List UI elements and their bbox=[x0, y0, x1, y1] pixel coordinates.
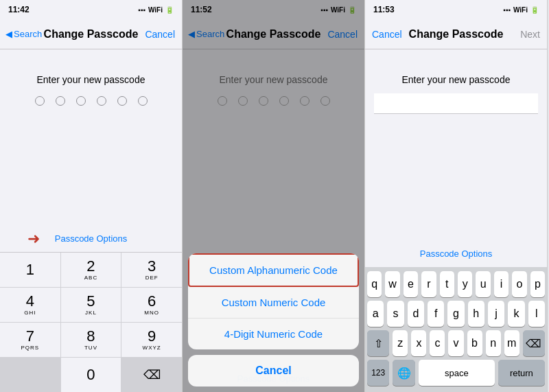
signal-icon-3: ▪▪▪ bbox=[503, 6, 511, 14]
action-sheet-container: Custom Alphanumeric Code Custom Numeric … bbox=[183, 253, 364, 392]
passcode-prompt-3: Enter your new passcode bbox=[402, 74, 511, 85]
kb-q[interactable]: q bbox=[367, 271, 382, 297]
delete-icon: ⌫ bbox=[526, 337, 541, 350]
nav-title-3: Change Passcode bbox=[409, 28, 504, 41]
kb-c[interactable]: c bbox=[430, 330, 445, 356]
kb-space[interactable]: space bbox=[419, 360, 495, 386]
passcode-prompt-1: Enter your new passcode bbox=[37, 74, 145, 85]
dot-1 bbox=[35, 96, 45, 106]
back-button-1[interactable]: ◀ Search bbox=[5, 29, 42, 39]
kb-b[interactable]: b bbox=[467, 330, 482, 356]
kb-a[interactable]: a bbox=[367, 301, 384, 327]
kb-row-4: 123 🌐 space return bbox=[367, 360, 545, 386]
kb-m[interactable]: m bbox=[504, 330, 519, 356]
wifi-icon-3: WiFi bbox=[513, 6, 528, 14]
battery-icon: 🔋 bbox=[165, 6, 174, 14]
panel-3: 11:53 ▪▪▪ WiFi 🔋 Cancel Change Passcode … bbox=[365, 0, 548, 392]
kb-row-3: ⇧ z x c v b n m ⌫ bbox=[367, 330, 545, 356]
key-delete[interactable]: ⌫ bbox=[121, 358, 182, 392]
numpad-1: 1 2 ABC 3 DEF 4 GHI 5 JKL 6 MNO 7 PQRS 8 bbox=[0, 252, 182, 392]
kb-e[interactable]: e bbox=[404, 271, 418, 297]
text-input-3[interactable] bbox=[374, 93, 538, 114]
arrow-icon: ➜ bbox=[27, 230, 40, 248]
time-1: 11:42 bbox=[8, 5, 30, 14]
content-area-1: Enter your new passcode ➜ Passcode Optio… bbox=[0, 49, 182, 252]
keyboard-3: q w e r t y u i o p a s d f g h j k l ⇧ … bbox=[365, 267, 547, 392]
passcode-options-3[interactable]: Passcode Options bbox=[420, 249, 493, 259]
globe-icon: 🌐 bbox=[397, 367, 411, 380]
kb-d[interactable]: d bbox=[408, 301, 424, 327]
dot-2 bbox=[56, 96, 65, 106]
kb-p[interactable]: p bbox=[530, 271, 545, 297]
cancel-button-3[interactable]: Cancel bbox=[372, 29, 402, 40]
passcode-dots-1 bbox=[35, 96, 148, 106]
kb-i[interactable]: i bbox=[494, 271, 509, 297]
key-2[interactable]: 2 ABC bbox=[61, 253, 121, 287]
kb-shift[interactable]: ⇧ bbox=[367, 330, 389, 356]
kb-z[interactable]: z bbox=[393, 330, 408, 356]
nav-bar-1: ◀ Search Change Passcode Cancel bbox=[0, 19, 182, 49]
key-6[interactable]: 6 MNO bbox=[121, 288, 182, 322]
next-button-3[interactable]: Next bbox=[520, 29, 540, 40]
option-custom-alphanumeric[interactable]: Custom Alphanumeric Code bbox=[188, 253, 359, 287]
kb-num-toggle[interactable]: 123 bbox=[367, 360, 389, 386]
key-3[interactable]: 3 DEF bbox=[121, 253, 182, 287]
signal-icon: ▪▪▪ bbox=[138, 6, 145, 14]
kb-l[interactable]: l bbox=[528, 301, 545, 327]
kb-v[interactable]: v bbox=[448, 330, 463, 356]
kb-k[interactable]: k bbox=[508, 301, 524, 327]
nav-title-1: Change Passcode bbox=[44, 28, 139, 41]
kb-x[interactable]: x bbox=[411, 330, 426, 356]
kb-row-2: a s d f g h j k l bbox=[367, 301, 545, 327]
kb-f[interactable]: f bbox=[428, 301, 444, 327]
panel-1: 11:42 ▪▪▪ WiFi 🔋 ◀ Search Change Passcod… bbox=[0, 0, 183, 392]
key-0[interactable]: 0 bbox=[61, 358, 121, 392]
key-4[interactable]: 4 GHI bbox=[0, 288, 60, 322]
kb-delete[interactable]: ⌫ bbox=[523, 330, 545, 356]
battery-icon-3: 🔋 bbox=[530, 6, 539, 14]
kb-h[interactable]: h bbox=[468, 301, 484, 327]
panel-2: 11:52 ▪▪▪ WiFi 🔋 ◀ Search Change Passcod… bbox=[183, 0, 365, 392]
dot-5 bbox=[117, 96, 127, 106]
content-area-3: Enter your new passcode Passcode Options bbox=[365, 49, 547, 267]
cancel-button-1[interactable]: Cancel bbox=[145, 29, 175, 40]
kb-y[interactable]: y bbox=[458, 271, 472, 297]
kb-row-1: q w e r t y u i o p bbox=[367, 271, 545, 297]
key-9[interactable]: 9 WXYZ bbox=[121, 323, 182, 357]
kb-u[interactable]: u bbox=[476, 271, 490, 297]
key-8[interactable]: 8 TUV bbox=[61, 323, 121, 357]
key-empty bbox=[0, 358, 60, 392]
option-custom-numeric[interactable]: Custom Numeric Code bbox=[188, 287, 359, 319]
kb-n[interactable]: n bbox=[486, 330, 501, 356]
shift-icon: ⇧ bbox=[374, 337, 383, 350]
key-7[interactable]: 7 PQRS bbox=[0, 323, 60, 357]
kb-globe[interactable]: 🌐 bbox=[393, 360, 414, 386]
kb-j[interactable]: j bbox=[488, 301, 504, 327]
kb-t[interactable]: t bbox=[440, 271, 454, 297]
dot-4 bbox=[97, 96, 106, 106]
option-4digit[interactable]: 4-Digit Numeric Code bbox=[188, 319, 359, 349]
overlay-bg: Custom Alphanumeric Code Custom Numeric … bbox=[183, 0, 364, 392]
wifi-icon: WiFi bbox=[148, 6, 163, 14]
nav-bar-3: Cancel Change Passcode Next bbox=[365, 19, 547, 49]
kb-r[interactable]: r bbox=[421, 271, 436, 297]
kb-s[interactable]: s bbox=[387, 301, 404, 327]
kb-g[interactable]: g bbox=[447, 301, 464, 327]
kb-w[interactable]: w bbox=[385, 271, 399, 297]
action-sheet-options: Custom Alphanumeric Code Custom Numeric … bbox=[188, 253, 359, 349]
action-sheet: Custom Alphanumeric Code Custom Numeric … bbox=[188, 253, 359, 387]
status-bar-3: 11:53 ▪▪▪ WiFi 🔋 bbox=[365, 0, 547, 19]
back-label-1: Search bbox=[14, 29, 42, 39]
action-sheet-cancel-button[interactable]: Cancel bbox=[188, 355, 359, 387]
status-icons-3: ▪▪▪ WiFi 🔋 bbox=[503, 6, 539, 14]
key-5[interactable]: 5 JKL bbox=[61, 288, 121, 322]
passcode-options-1[interactable]: ➜ Passcode Options bbox=[55, 233, 128, 244]
kb-o[interactable]: o bbox=[512, 271, 526, 297]
time-3: 11:53 bbox=[373, 5, 395, 14]
back-arrow-1: ◀ bbox=[5, 29, 12, 39]
kb-return[interactable]: return bbox=[498, 360, 545, 386]
status-icons-1: ▪▪▪ WiFi 🔋 bbox=[138, 6, 174, 14]
dot-3 bbox=[76, 96, 86, 106]
status-bar-1: 11:42 ▪▪▪ WiFi 🔋 bbox=[0, 0, 182, 19]
key-1[interactable]: 1 bbox=[0, 253, 60, 287]
